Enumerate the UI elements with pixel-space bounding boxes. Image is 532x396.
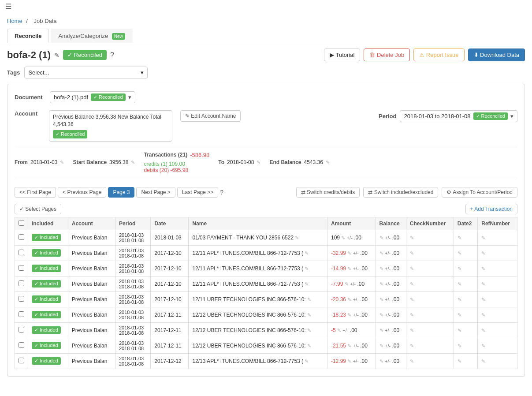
row-checkbox[interactable]	[19, 296, 24, 302]
download-data-button[interactable]: ⬇ Download Data	[468, 49, 525, 61]
name-edit-icon[interactable]: ✎	[307, 297, 311, 302]
checknumber-edit-icon[interactable]: ✎	[410, 235, 414, 240]
refnumber-edit-icon[interactable]: ✎	[481, 250, 485, 256]
refnumber-edit-icon[interactable]: ✎	[481, 312, 485, 318]
amount-edit-icon[interactable]: ✎	[337, 328, 341, 333]
balance-edit-icon[interactable]: ✎	[379, 343, 383, 348]
balance-edit-icon[interactable]: ✎	[379, 281, 383, 287]
amount-edit-icon[interactable]: ✎	[341, 235, 345, 240]
date2-edit-icon[interactable]: ✎	[458, 266, 461, 271]
date2-edit-icon[interactable]: ✎	[458, 359, 461, 364]
balance-plus-minus-icon[interactable]: +/-	[385, 312, 391, 318]
refnumber-edit-icon[interactable]: ✎	[481, 281, 485, 287]
edit-title-button[interactable]: ✎	[54, 52, 60, 59]
period-input[interactable]: 2018-01-03 to 2018-01-08 ✓ Reconciled ▾	[400, 110, 517, 122]
balance-plus-minus-icon[interactable]: +/-	[385, 297, 391, 302]
delete-job-button[interactable]: 🗑 Delete Job	[364, 49, 410, 61]
report-issue-button[interactable]: ⚠ Report Issue	[413, 49, 464, 61]
row-checkbox-cell[interactable]	[15, 307, 28, 322]
row-checkbox-cell[interactable]	[15, 245, 28, 261]
row-checkbox-cell[interactable]	[15, 291, 28, 307]
balance-plus-minus-icon[interactable]: +/-	[385, 235, 391, 240]
tab-reconcile[interactable]: Reconcile	[7, 29, 49, 43]
menu-icon[interactable]: ☰	[5, 2, 11, 11]
select-pages-button[interactable]: ✓ Select Pages	[15, 204, 61, 214]
refnumber-edit-icon[interactable]: ✎	[481, 328, 485, 333]
plus-minus-icon[interactable]: +/-	[353, 297, 359, 302]
checknumber-edit-icon[interactable]: ✎	[410, 250, 414, 256]
switch-credits-button[interactable]: ⇄ Switch credits/debits	[296, 187, 360, 198]
account-dropdown[interactable]: Previous Balance 3,956.38 New Balance To…	[49, 110, 172, 142]
row-checkbox[interactable]	[19, 280, 24, 286]
document-file[interactable]: bofa-2 (1).pdf ✓ Reconciled ▾	[50, 91, 135, 103]
end-balance-edit-icon[interactable]: ✎	[326, 160, 330, 165]
plus-minus-icon[interactable]: +/-	[353, 250, 359, 256]
checknumber-edit-icon[interactable]: ✎	[410, 312, 414, 318]
amount-edit-icon[interactable]: ✎	[347, 312, 351, 318]
row-checkbox[interactable]	[19, 234, 24, 240]
amount-edit-icon[interactable]: ✎	[347, 343, 351, 348]
plus-minus-icon[interactable]: +/-	[350, 281, 356, 287]
tutorial-button[interactable]: ▶ Tutorial	[324, 49, 360, 61]
pagination-help-icon[interactable]: ?	[220, 189, 223, 196]
balance-plus-minus-icon[interactable]: +/-	[385, 343, 391, 348]
plus-minus-icon[interactable]: +/-	[353, 266, 359, 271]
row-checkbox[interactable]	[19, 358, 24, 363]
plus-minus-icon[interactable]: +/-	[347, 235, 353, 240]
to-edit-icon[interactable]: ✎	[257, 160, 260, 165]
name-edit-icon[interactable]: ✎	[295, 235, 299, 240]
row-checkbox-cell[interactable]	[15, 322, 28, 338]
name-edit-icon[interactable]: ✎	[307, 312, 311, 318]
balance-plus-minus-icon[interactable]: +/-	[385, 328, 391, 333]
row-checkbox-cell[interactable]	[15, 338, 28, 353]
balance-edit-icon[interactable]: ✎	[379, 297, 383, 302]
select-all-checkbox[interactable]	[19, 220, 24, 226]
balance-edit-icon[interactable]: ✎	[379, 235, 383, 240]
prev-page-button[interactable]: < Previous Page	[58, 187, 106, 198]
amount-edit-icon[interactable]: ✎	[347, 266, 351, 271]
row-checkbox[interactable]	[19, 265, 24, 271]
checknumber-edit-icon[interactable]: ✎	[410, 343, 414, 348]
switch-included-button[interactable]: ⇄ Switch included/excluded	[363, 187, 438, 198]
checknumber-edit-icon[interactable]: ✎	[410, 281, 414, 287]
balance-edit-icon[interactable]: ✎	[379, 250, 383, 256]
plus-minus-icon[interactable]: +/-	[353, 359, 359, 364]
row-checkbox[interactable]	[19, 311, 24, 317]
checknumber-edit-icon[interactable]: ✎	[410, 328, 414, 333]
date2-edit-icon[interactable]: ✎	[458, 250, 461, 256]
date2-edit-icon[interactable]: ✎	[458, 297, 461, 302]
refnumber-edit-icon[interactable]: ✎	[481, 266, 485, 271]
checknumber-edit-icon[interactable]: ✎	[410, 359, 414, 364]
amount-edit-icon[interactable]: ✎	[347, 250, 351, 256]
plus-minus-icon[interactable]: +/-	[353, 343, 359, 348]
row-checkbox-cell[interactable]	[15, 276, 28, 291]
balance-edit-icon[interactable]: ✎	[379, 359, 383, 364]
first-page-button[interactable]: << First Page	[15, 187, 56, 198]
refnumber-edit-icon[interactable]: ✎	[481, 235, 485, 240]
plus-minus-icon[interactable]: +/-	[342, 328, 348, 333]
next-page-button[interactable]: Next Page >	[136, 187, 175, 198]
checknumber-edit-icon[interactable]: ✎	[410, 297, 414, 302]
breadcrumb-home[interactable]: Home	[7, 18, 22, 24]
amount-edit-icon[interactable]: ✎	[345, 281, 349, 287]
balance-edit-icon[interactable]: ✎	[379, 266, 383, 271]
row-checkbox-cell[interactable]	[15, 353, 28, 369]
from-edit-icon[interactable]: ✎	[60, 160, 64, 165]
row-checkbox[interactable]	[19, 327, 24, 332]
balance-plus-minus-icon[interactable]: +/-	[385, 266, 391, 271]
tab-analyze[interactable]: Analyze/Categorize New	[51, 29, 132, 43]
name-edit-icon[interactable]: ✎	[305, 281, 309, 287]
row-checkbox[interactable]	[19, 250, 24, 255]
row-checkbox-cell[interactable]	[15, 261, 28, 276]
amount-edit-icon[interactable]: ✎	[347, 359, 351, 364]
name-edit-icon[interactable]: ✎	[307, 343, 311, 348]
balance-plus-minus-icon[interactable]: +/-	[385, 359, 391, 364]
date2-edit-icon[interactable]: ✎	[458, 281, 461, 287]
tags-select[interactable]: Select... ▾	[24, 67, 148, 78]
refnumber-edit-icon[interactable]: ✎	[481, 297, 485, 302]
amount-edit-icon[interactable]: ✎	[347, 297, 351, 302]
balance-edit-icon[interactable]: ✎	[379, 312, 383, 318]
row-checkbox[interactable]	[19, 342, 24, 348]
date2-edit-icon[interactable]: ✎	[458, 235, 461, 240]
balance-edit-icon[interactable]: ✎	[379, 328, 383, 333]
